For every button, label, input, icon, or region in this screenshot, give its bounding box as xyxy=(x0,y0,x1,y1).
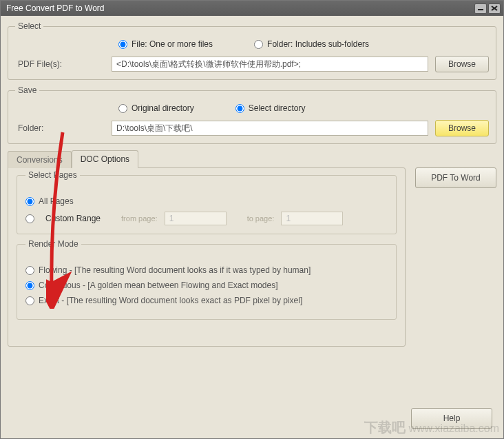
custom-range-label[interactable]: Custom Range xyxy=(45,214,101,223)
sel-dir-label[interactable]: Select directory xyxy=(249,103,306,113)
continuous-label[interactable]: Continuous - [A golden mean between Flow… xyxy=(39,280,278,290)
save-legend: Save xyxy=(15,85,39,95)
bottom-bar: Help xyxy=(411,408,492,429)
app-body: Select File: One or more files Folder: I… xyxy=(1,16,503,438)
continuous-radio[interactable] xyxy=(25,281,34,290)
to-page-label: to page: xyxy=(247,214,275,223)
pdf-files-label: PDF File(s): xyxy=(15,59,112,69)
pdf-files-input[interactable] xyxy=(112,57,428,72)
from-page-input xyxy=(165,212,227,225)
select-legend: Select xyxy=(15,21,43,31)
save-group: Save Original directory Select directory… xyxy=(8,85,496,144)
doc-options-panel: Select Pages All Pages Custom Range from… xyxy=(8,167,406,347)
folder-label: Folder: xyxy=(15,123,112,133)
select-group: Select File: One or more files Folder: I… xyxy=(8,21,496,80)
render-mode-legend: Render Mode xyxy=(25,239,81,249)
window-controls xyxy=(474,3,501,14)
folder-radio-label[interactable]: Folder: Includes sub-folders xyxy=(267,39,369,49)
titlebar: Free Convert PDF to Word xyxy=(1,1,503,16)
exact-radio[interactable] xyxy=(25,296,34,305)
window-title: Free Convert PDF to Word xyxy=(6,3,105,13)
flowing-radio[interactable] xyxy=(25,266,34,275)
tabstrip: Conversions DOC Options xyxy=(8,150,406,167)
browse-files-button[interactable]: Browse xyxy=(435,56,489,72)
side-column: PDF To Word xyxy=(415,150,496,188)
all-pages-label[interactable]: All Pages xyxy=(39,196,74,206)
render-mode-group: Render Mode Flowing - [The resulting Wor… xyxy=(17,244,397,320)
file-radio-label[interactable]: File: One or more files xyxy=(132,39,213,49)
tabs-column: Conversions DOC Options Select Pages All… xyxy=(8,150,406,347)
tab-doc-options[interactable]: DOC Options xyxy=(72,150,138,168)
close-button[interactable] xyxy=(488,3,501,14)
all-pages-radio[interactable] xyxy=(25,197,34,206)
folder-row: Folder: Browse xyxy=(15,120,489,136)
pdf-to-word-button[interactable]: PDF To Word xyxy=(415,167,496,188)
sel-dir-radio[interactable] xyxy=(235,104,244,113)
flowing-label[interactable]: Flowing - [The resulting Word document l… xyxy=(39,265,311,275)
tabs-area: Conversions DOC Options Select Pages All… xyxy=(8,150,496,347)
app-window: Free Convert PDF to Word Select File: On… xyxy=(0,0,504,439)
exact-label[interactable]: Exact - [The resulting Word document loo… xyxy=(39,296,302,305)
select-pages-group: Select Pages All Pages Custom Range from… xyxy=(17,175,397,234)
to-page-input xyxy=(281,212,343,225)
file-radio[interactable] xyxy=(118,40,127,49)
minimize-button[interactable] xyxy=(474,3,487,14)
folder-input[interactable] xyxy=(112,121,428,136)
from-page-label: from page: xyxy=(121,214,158,223)
folder-radio[interactable] xyxy=(254,40,263,49)
help-button[interactable]: Help xyxy=(411,408,492,429)
orig-dir-label[interactable]: Original directory xyxy=(132,103,194,113)
select-mode-row: File: One or more files Folder: Includes… xyxy=(15,37,489,56)
browse-folder-button[interactable]: Browse xyxy=(435,120,489,136)
pdf-files-row: PDF File(s): Browse xyxy=(15,56,489,72)
custom-range-radio[interactable] xyxy=(25,214,34,223)
save-mode-row: Original directory Select directory xyxy=(15,101,489,120)
tab-conversions[interactable]: Conversions xyxy=(8,151,72,168)
orig-dir-radio[interactable] xyxy=(118,104,127,113)
select-pages-legend: Select Pages xyxy=(25,170,80,180)
